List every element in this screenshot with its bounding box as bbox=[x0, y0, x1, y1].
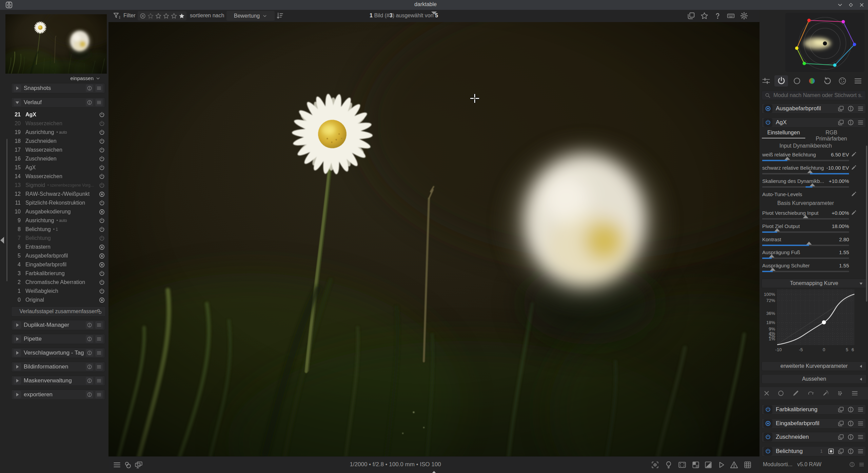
slider-track[interactable] bbox=[762, 271, 849, 272]
star-filled-icon[interactable] bbox=[178, 13, 185, 19]
multi-instance-icon[interactable] bbox=[837, 434, 844, 440]
preferences-gear-icon[interactable] bbox=[740, 12, 748, 20]
auto-tune-levels[interactable]: Auto-Tune-Levels bbox=[762, 191, 849, 198]
tone-curve-plot[interactable] bbox=[777, 289, 854, 346]
expand-arrow-icon[interactable] bbox=[14, 321, 21, 329]
power-icon[interactable] bbox=[99, 120, 105, 127]
mask-gradient-icon[interactable] bbox=[836, 390, 844, 397]
group-basic-icon[interactable] bbox=[792, 76, 802, 86]
close-icon[interactable] bbox=[859, 2, 865, 8]
multi-instance-icon[interactable] bbox=[837, 406, 844, 413]
multi-instance-icon[interactable] bbox=[837, 119, 844, 126]
presets-icon[interactable] bbox=[95, 99, 103, 106]
module-power-icon[interactable] bbox=[765, 119, 771, 126]
expand-arrow-icon[interactable] bbox=[14, 391, 21, 398]
reset-icon[interactable] bbox=[849, 461, 855, 468]
panel-history[interactable]: Verlauf bbox=[11, 97, 105, 108]
reset-icon[interactable] bbox=[86, 321, 93, 329]
module-enabled-icon[interactable] bbox=[765, 106, 771, 112]
expand-arrow-icon[interactable] bbox=[14, 335, 21, 343]
panel-color-picker[interactable]: Pipette bbox=[11, 334, 105, 344]
reset-icon[interactable] bbox=[847, 406, 854, 413]
slider-track[interactable] bbox=[762, 186, 849, 188]
history-row[interactable]: 20Wasserzeichen bbox=[11, 119, 105, 128]
history-row[interactable]: 9Ausrichtung• auto bbox=[11, 216, 105, 225]
module-exposure[interactable]: Belichtung 1 bbox=[762, 446, 866, 456]
history-row[interactable]: 18Zuschneiden bbox=[11, 137, 105, 146]
zoom-mode-select[interactable]: einpassen bbox=[71, 75, 100, 81]
presets-icon[interactable] bbox=[857, 448, 864, 455]
expand-arrow-icon[interactable] bbox=[14, 363, 21, 371]
tab-settings[interactable]: Einstellungen bbox=[762, 130, 805, 138]
power-icon[interactable] bbox=[99, 112, 105, 118]
left-panel-expander[interactable] bbox=[0, 237, 4, 244]
slider-track[interactable] bbox=[762, 231, 849, 233]
power-icon[interactable] bbox=[99, 200, 105, 206]
snapshot-compare-icon[interactable] bbox=[123, 460, 132, 469]
mask-brush-icon[interactable] bbox=[822, 390, 829, 397]
history-row[interactable]: 8Belichtung• 1 bbox=[11, 225, 105, 234]
eyedropper-icon[interactable] bbox=[851, 191, 857, 197]
slider-pivot-input-shift[interactable]: Pivot Verschiebung Input+0.00% bbox=[762, 210, 849, 220]
power-icon[interactable] bbox=[99, 147, 105, 153]
presets-icon[interactable] bbox=[95, 321, 103, 329]
presets-icon[interactable] bbox=[95, 335, 103, 343]
module-input-color-profile[interactable]: Eingabefarbprofil bbox=[762, 418, 866, 429]
power-icon[interactable] bbox=[99, 288, 105, 295]
mask-ellipse-icon[interactable] bbox=[807, 390, 814, 397]
eyedropper-icon[interactable] bbox=[851, 151, 857, 157]
slider-track[interactable] bbox=[762, 245, 849, 246]
star-icon[interactable] bbox=[171, 13, 177, 19]
multi-instance-icon[interactable] bbox=[837, 105, 844, 112]
module-crop[interactable]: Zuschneiden bbox=[762, 432, 866, 442]
module-power-icon[interactable] bbox=[765, 406, 771, 413]
history-row[interactable]: 16Zuschneiden bbox=[11, 154, 105, 163]
mask-menu-icon[interactable] bbox=[851, 390, 859, 397]
maximize-icon[interactable] bbox=[848, 2, 854, 8]
presets-icon[interactable] bbox=[95, 84, 103, 92]
power-icon[interactable] bbox=[99, 226, 105, 233]
presets-icon[interactable] bbox=[857, 105, 864, 112]
section-tonemapping-curve[interactable]: Tonemapping Kurve bbox=[762, 279, 867, 288]
module-search[interactable]: Modul nach Namen oder Stichwort s... bbox=[762, 91, 866, 100]
power-icon[interactable] bbox=[99, 279, 105, 286]
left-scrollbar[interactable] bbox=[6, 139, 7, 281]
reset-icon[interactable] bbox=[847, 119, 854, 126]
history-row[interactable]: 19Ausrichtung• auto bbox=[11, 128, 105, 137]
multi-instance-icon[interactable] bbox=[837, 448, 844, 455]
tab-rgb-primaries[interactable]: RGB Primärfarben bbox=[809, 130, 853, 138]
group-active-icon[interactable] bbox=[777, 76, 786, 86]
softproof-icon[interactable] bbox=[717, 460, 726, 469]
slider-track[interactable] bbox=[762, 173, 849, 174]
bottom-panel-expander[interactable] bbox=[431, 470, 437, 473]
history-row[interactable]: 13Sigmoid• szenenbezogene Vorg... bbox=[11, 181, 105, 190]
history-row[interactable]: 15AgX bbox=[11, 163, 105, 172]
slider-dynamic-range-scaling[interactable]: Skalierung des Dynamikb...+10.00% bbox=[762, 178, 849, 188]
power-icon[interactable] bbox=[99, 129, 105, 136]
module-enabled-icon[interactable] bbox=[765, 420, 771, 427]
module-power-icon[interactable] bbox=[765, 434, 771, 440]
second-window-icon[interactable] bbox=[134, 460, 143, 469]
star-icon[interactable] bbox=[155, 13, 162, 19]
power-icon[interactable] bbox=[99, 217, 105, 224]
compress-history-button[interactable]: Verlaufsstapel zusammenfassen bbox=[11, 306, 106, 317]
shortcuts-icon[interactable] bbox=[727, 12, 735, 20]
history-row[interactable]: 14Wasserzeichen bbox=[11, 172, 105, 181]
eyedropper-icon[interactable] bbox=[851, 164, 857, 171]
history-row[interactable]: 6Entrastern bbox=[11, 243, 105, 251]
section-advanced-curve-parameters[interactable]: erweiterte Kurvenparameter bbox=[762, 361, 867, 371]
rating-filter[interactable] bbox=[138, 11, 186, 20]
iso12646-icon[interactable] bbox=[678, 460, 687, 469]
reset-icon[interactable] bbox=[847, 420, 854, 427]
panel-duplicate-manager[interactable]: Duplikat-Manager bbox=[11, 320, 105, 330]
history-row[interactable]: 21AgX bbox=[11, 110, 105, 119]
history-row[interactable]: 4Eingabefarbprofil bbox=[11, 260, 105, 269]
history-row[interactable]: 12RAW-Schwarz-/Weißpunkt bbox=[11, 190, 105, 198]
mask-indicator-icon[interactable] bbox=[828, 448, 834, 455]
mask-circle-icon[interactable] bbox=[777, 390, 785, 397]
expand-arrow-icon[interactable] bbox=[14, 349, 21, 357]
power-icon[interactable] bbox=[99, 173, 105, 180]
power-icon[interactable] bbox=[99, 182, 105, 189]
history-row[interactable]: 7Belichtung bbox=[11, 234, 105, 243]
slider-black-relative-exposure[interactable]: schwarz relative Belichtung-10.00 EV bbox=[762, 165, 849, 174]
